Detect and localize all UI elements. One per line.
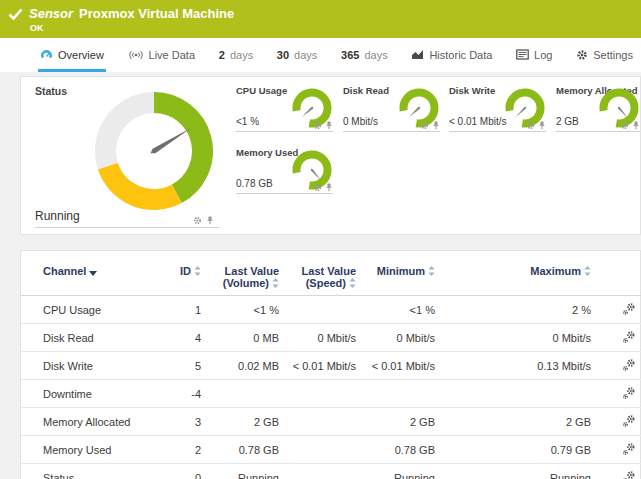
table-row-downtime: Downtime-4 (21, 380, 641, 408)
gauge-value: 0 Mbit/s (343, 116, 378, 127)
cell-id: 4 (171, 324, 211, 352)
column-label: Maximum (530, 265, 581, 277)
pin-icon[interactable] (325, 183, 333, 192)
channel-settings-icon[interactable] (622, 302, 636, 316)
cell-channel[interactable]: Downtime (21, 380, 171, 408)
cell-actions (601, 464, 641, 479)
tab-label: days (230, 49, 253, 61)
gauge-disk-write: Disk Write< 0.01 Mbit/s (449, 85, 546, 132)
tab-label: Settings (593, 49, 633, 61)
column-header-last-value[interactable]: Last Value(Speed) (289, 251, 366, 296)
column-header-actions (601, 251, 641, 296)
gear-icon[interactable] (620, 121, 629, 130)
tab-label: Log (534, 49, 552, 61)
tab-label: Historic Data (429, 49, 492, 61)
gear-icon[interactable] (313, 121, 322, 130)
tab-365-days[interactable]: 365 days (339, 38, 390, 72)
cell-actions (601, 380, 641, 408)
table-row-disk-read: Disk Read40 MB0 Mbit/s0 Mbit/s0 Mbit/s (21, 324, 641, 352)
cell-volume: Running (211, 464, 289, 479)
cell-max: 2 % (445, 296, 601, 324)
column-label: Last Value (302, 265, 356, 277)
sort-icon[interactable] (428, 266, 435, 276)
gauge-actions (313, 183, 333, 192)
gauges-panel: Status Running CPU Usage<1 %Disk Read0 M… (20, 76, 641, 235)
pin-icon[interactable] (325, 121, 333, 130)
column-header-maximum[interactable]: Maximum (445, 251, 601, 296)
tab-log[interactable]: Log (514, 38, 554, 72)
sensor-header: Sensor Proxmox Virtual Machine OK (0, 0, 641, 38)
channel-settings-icon[interactable] (622, 442, 636, 456)
sort-icon[interactable] (584, 266, 591, 276)
column-label: Last Value (225, 265, 279, 277)
pin-icon[interactable] (432, 121, 440, 130)
cell-id: 0 (171, 464, 211, 479)
cell-volume: 2 GB (211, 408, 289, 436)
tab-label: Live Data (149, 49, 195, 61)
gauge-actions (420, 121, 440, 130)
cell-channel[interactable]: Status (21, 464, 171, 479)
gear-icon[interactable] (313, 183, 322, 192)
channel-settings-icon[interactable] (622, 330, 636, 344)
cell-volume (211, 380, 289, 408)
sort-icon[interactable] (349, 278, 356, 288)
gauge-cpu-usage: CPU Usage<1 % (236, 85, 333, 132)
gauge-value: 2 GB (556, 116, 579, 127)
cell-actions (601, 324, 641, 352)
channel-settings-icon[interactable] (622, 358, 636, 372)
tab-settings[interactable]: Settings (574, 38, 635, 72)
table-row-status: Status0RunningRunningRunning (21, 464, 641, 479)
cell-max: 0.79 GB (445, 436, 601, 464)
column-header-id[interactable]: ID (171, 251, 211, 296)
cell-id: -4 (171, 380, 211, 408)
cell-id: 1 (171, 296, 211, 324)
column-label: Minimum (377, 265, 425, 277)
column-header-channel[interactable]: Channel (21, 251, 171, 296)
cell-min: <1 % (366, 296, 445, 324)
channel-table-header: ChannelIDLast Value(Volume)Last Value(Sp… (21, 251, 641, 296)
tab-live-data[interactable]: Live Data (126, 38, 197, 72)
column-sublabel: (Speed) (289, 277, 356, 289)
status-donut-gauge (94, 91, 214, 211)
column-header-minimum[interactable]: Minimum (366, 251, 445, 296)
pin-icon[interactable] (632, 121, 640, 130)
cell-channel[interactable]: Memory Used (21, 436, 171, 464)
tab-30-days[interactable]: 30 days (275, 38, 320, 72)
cell-min: 0.78 GB (366, 436, 445, 464)
channel-settings-icon[interactable] (622, 386, 636, 400)
cell-channel[interactable]: Disk Read (21, 324, 171, 352)
gauge-title: Disk Write (449, 85, 495, 96)
gear-icon[interactable] (193, 216, 202, 225)
cell-channel[interactable]: CPU Usage (21, 296, 171, 324)
cell-channel[interactable]: Memory Allocated (21, 408, 171, 436)
tab-2-days[interactable]: 2 days (217, 38, 255, 72)
cell-speed (289, 296, 366, 324)
gauge-title: Disk Read (343, 85, 389, 96)
channel-settings-icon[interactable] (622, 414, 636, 428)
cell-min (366, 380, 445, 408)
check-icon (8, 8, 23, 20)
pin-icon[interactable] (538, 121, 546, 130)
cell-max: 0.13 Mbit/s (445, 352, 601, 380)
column-header-last-value[interactable]: Last Value(Volume) (211, 251, 289, 296)
tab-overview[interactable]: Overview (38, 38, 106, 72)
pin-icon[interactable] (206, 216, 214, 225)
prtg-sensor-page: Sensor Proxmox Virtual Machine OK Overvi… (0, 0, 641, 479)
gauge-actions (313, 121, 333, 130)
sort-icon[interactable] (194, 266, 201, 276)
gauge-memory-allocated: Memory Allocated2 GB (556, 85, 640, 132)
column-label: Channel (43, 265, 86, 277)
gear-icon[interactable] (526, 121, 535, 130)
sort-desc-icon[interactable] (89, 271, 97, 276)
table-row-memory-allocated: Memory Allocated32 GB2 GB2 GB (21, 408, 641, 436)
tab-historic-data[interactable]: Historic Data (409, 38, 494, 72)
gear-icon[interactable] (420, 121, 429, 130)
cell-volume: 0.02 MB (211, 352, 289, 380)
tab-number: 365 (341, 49, 359, 61)
channel-settings-icon[interactable] (622, 470, 636, 479)
gauge-value: <1 % (236, 116, 259, 127)
gauge-title: Memory Used (236, 147, 298, 158)
sort-icon[interactable] (272, 278, 279, 288)
cell-speed (289, 464, 366, 479)
cell-channel[interactable]: Disk Write (21, 352, 171, 380)
